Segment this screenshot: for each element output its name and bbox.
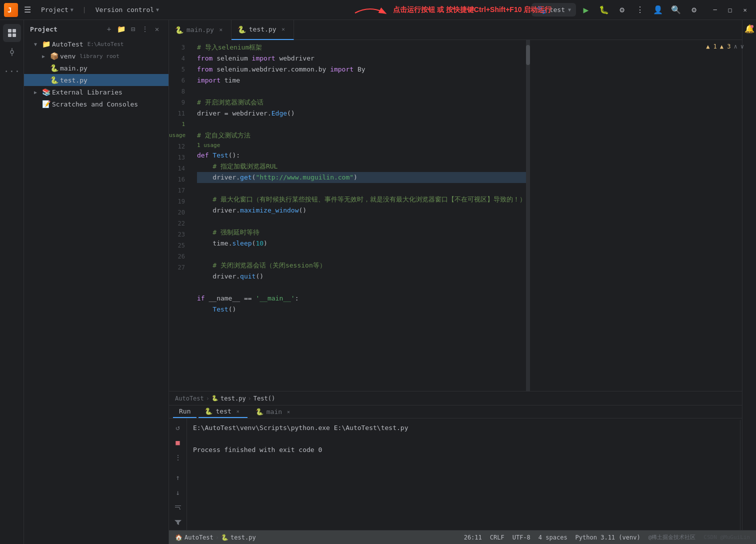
svg-rect-4 [8,34,12,37]
status-indent[interactable]: 4 spaces [538,534,568,541]
soft-wrap-button[interactable] [171,500,185,514]
mainpy-label: main.py [60,64,88,72]
settings-button[interactable]: ⚙ [686,2,702,18]
tree-root-item[interactable]: ▼ 📁 AutoTest E:\AutoTest [24,38,168,50]
scroll-to-top-button[interactable]: ↑ [171,470,185,484]
scroll-to-bottom-button[interactable]: ↓ [171,486,185,500]
stop-button[interactable]: ■ [171,436,185,450]
terminal-command-line: E:\AutoTest\venv\Scripts\python.exe E:\A… [193,422,750,434]
new-folder-button[interactable]: 📁 [116,24,126,34]
sidebar-header: Project + 📁 ⊟ ⋮ ✕ [24,20,168,38]
rerun-button[interactable]: ↺ [171,420,185,434]
code-line-15 [197,183,526,194]
code-line-7 [197,86,526,97]
scroll-down-arrow[interactable]: ∨ [740,43,744,50]
status-cursor[interactable]: 26:11 [464,534,482,541]
titlebar-right: 🐾 test ▼ ▶ 🐛 ⚙ ⋮ 👤 🔍 ⚙ ─ □ ✕ [532,2,752,18]
vcs-dropdown-icon: ▼ [156,7,159,12]
tree-mainpy-item[interactable]: 🐍 main.py [24,62,168,74]
root-path-label: E:\AutoTest [88,41,124,48]
breadcrumb-file: test.py [220,395,246,402]
filter-button[interactable] [171,516,185,530]
hamburger-menu-icon[interactable]: ☰ [22,3,33,16]
notification-bell[interactable]: 🔔 [744,24,754,34]
tab-mainpy-label: main.py [186,26,214,34]
tree-testpy-item[interactable]: 🐍 test.py [24,74,168,86]
terminal-output-line: Process finished with exit code 0 [193,444,750,456]
breadcrumb-func: Test() [254,395,275,402]
app-logo: J [4,3,18,17]
collapse-all-button[interactable]: ⊟ [128,24,138,34]
editor-code-area: ▲ 1 ▲ 3 ∧ ∨ 3 4 5 6 8 9 [169,40,756,391]
more-options-button[interactable]: ⋮ [140,24,150,34]
tree-scratches-item[interactable]: 📝 Scratches and Consoles [24,98,168,110]
project-name: Project [41,6,68,14]
tab-testpy[interactable]: 🐍 test.py ✕ [232,20,294,40]
activity-more-icon[interactable]: ··· [3,62,21,80]
tree-extlibs-item[interactable]: ▶ 📚 External Libraries [24,86,168,98]
code-line-21 [197,249,526,260]
activity-commit-icon[interactable] [3,43,21,61]
status-line-endings[interactable]: CRLF [490,534,504,541]
code-line-6: import time [197,75,526,86]
bottom-tab-main-close[interactable]: ✕ [285,408,292,416]
svg-text:J: J [8,6,12,14]
status-right: 26:11 CRLF UTF-8 4 spaces Python 3.11 (v… [464,534,750,541]
svg-rect-3 [12,29,16,32]
debug-button[interactable]: 🐛 [596,2,612,18]
status-project-name[interactable]: AutoTest [184,534,214,541]
close-button[interactable]: ✕ [738,3,752,17]
tree-expand-icon: ▼ [34,42,40,47]
sidebar-actions: + 📁 ⊟ ⋮ ✕ [104,24,162,34]
status-watermark2: CSDN @MuGuiLin [704,534,750,540]
coverage-button[interactable]: ⚙ [614,2,630,18]
code-content[interactable]: # 导入selenium框架 from selenium import webd… [193,40,526,391]
tab-mainpy[interactable]: 🐍 main.py ✕ [169,20,232,40]
code-line-usage: 1 usage [197,141,526,150]
activity-bar: ··· [0,20,24,544]
breadcrumb-file-icon: 🐍 [212,395,218,402]
new-file-button[interactable]: + [104,24,114,34]
maximize-button[interactable]: □ [723,3,737,17]
project-selector[interactable]: Project ▼ [37,4,78,16]
search-everywhere-button[interactable]: 🔍 [668,2,684,18]
sidebar-title: Project [30,26,58,33]
status-python[interactable]: Python 3.11 (venv) [576,534,640,541]
error-count: ▲ 3 [720,43,731,50]
code-line-12: def Test(): [197,150,526,161]
status-file-name[interactable]: test.py [230,534,256,541]
more-actions-button[interactable]: ⋮ [632,2,648,18]
hide-sidebar-button[interactable]: ✕ [152,24,162,34]
editor-scrollbar[interactable] [526,40,530,391]
code-line-20: time.sleep(10) [197,238,526,249]
bottom-tab-test[interactable]: 🐍 test ✕ [198,406,247,418]
bottom-tab-main[interactable]: 🐍 main ✕ [250,406,298,418]
code-line-5: from selenium.webdriver.common.by import… [197,64,526,75]
status-encoding[interactable]: UTF-8 [512,534,530,541]
tab-mainpy-close[interactable]: ✕ [217,26,225,34]
testpy-label: test.py [60,76,88,84]
venv-label: library root [80,53,119,60]
vcs-selector[interactable]: Version control ▼ [92,4,163,16]
bottom-tab-test-close[interactable]: ✕ [234,408,242,415]
code-line-18 [197,216,526,227]
activity-project-icon[interactable] [3,24,21,42]
scroll-up-arrow[interactable]: ∧ [734,43,738,50]
run-again-button[interactable]: ⋮ [171,450,185,464]
run-config-selector[interactable]: 🐾 test ▼ [532,3,576,16]
run-button[interactable]: ▶ [578,2,594,18]
code-line-27 [197,315,526,326]
code-line-23: driver.quit() [197,271,526,282]
svg-rect-5 [12,34,16,37]
account-button[interactable]: 👤 [650,2,666,18]
bottom-main-icon: 🐍 [256,408,264,416]
tree-venv-item[interactable]: ▶ 📦 venv library root [24,50,168,62]
code-line-10 [197,119,526,130]
tab-testpy-close[interactable]: ✕ [280,26,288,34]
bottom-tab-run[interactable]: Run [173,406,196,418]
svg-point-6 [10,50,14,54]
right-sidebar: 🔔 [742,20,756,530]
scratches-label: Scratches and Consoles [52,100,138,108]
bottom-content: ↺ ■ ⋮ ↑ ↓ ▶ [169,418,756,532]
minimize-button[interactable]: ─ [708,3,722,17]
